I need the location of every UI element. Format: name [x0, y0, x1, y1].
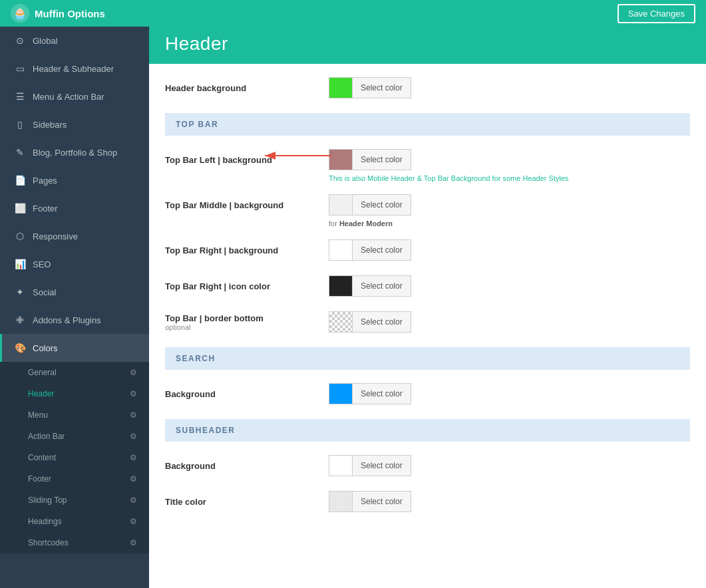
- header-background-picker: Select color: [329, 77, 411, 98]
- top-bar-border-swatch[interactable]: [329, 311, 353, 333]
- subheader-background-label: Background: [165, 461, 318, 471]
- submenu-item-sliding-top[interactable]: Sliding Top ⚙: [0, 490, 149, 511]
- save-changes-button[interactable]: Save Changes: [618, 4, 695, 23]
- submenu-item-shortcodes[interactable]: Shortcodes ⚙: [0, 532, 149, 553]
- top-bar-right-bg-swatch[interactable]: [329, 239, 353, 261]
- content-area: Header Header background Select color TO…: [149, 27, 706, 588]
- search-background-swatch[interactable]: [329, 383, 353, 404]
- gear-icon-action-bar: ⚙: [130, 432, 137, 441]
- top-bar-right-bg-label: Top Bar Right | background: [165, 245, 318, 255]
- subheader-background-row: Background Select color: [165, 455, 690, 476]
- gear-icon-menu: ⚙: [130, 410, 137, 420]
- sidebar-label-header-subheader: Header & Subheader: [33, 64, 137, 74]
- sidebar-item-seo[interactable]: 📊 SEO: [0, 250, 149, 278]
- header-background-btn[interactable]: Select color: [353, 77, 411, 98]
- sidebar-label-footer: Footer: [33, 204, 137, 214]
- sidebar-item-responsive[interactable]: ⬡ Responsive: [0, 222, 149, 250]
- app-logo: 🧁 Muffin Options: [11, 4, 105, 23]
- main-layout: ⊙ Global ▭ Header & Subheader ☰ Menu & A…: [0, 27, 706, 588]
- search-background-picker: Select color: [329, 383, 411, 404]
- subheader-background-swatch[interactable]: [329, 455, 353, 476]
- sidebar-item-footer[interactable]: ⬜ Footer: [0, 194, 149, 222]
- colors-icon: 🎨: [14, 342, 26, 354]
- subheader-title-swatch[interactable]: [329, 491, 353, 512]
- search-background-label: Background: [165, 389, 318, 399]
- top-bar: 🧁 Muffin Options Save Changes: [0, 0, 706, 27]
- hint-bold: Header Modern: [339, 220, 393, 227]
- gear-icon-shortcodes: ⚙: [130, 538, 137, 547]
- top-bar-border-label: Top Bar | border bottom optional: [165, 313, 318, 331]
- header-background-label: Header background: [165, 83, 318, 93]
- colors-submenu: General ⚙ Header ⚙ Menu ⚙ Action Bar ⚙ C…: [0, 362, 149, 553]
- global-icon: ⊙: [14, 35, 26, 47]
- footer-icon: ⬜: [14, 202, 26, 214]
- content-body: Header background Select color TOP BAR T…: [149, 64, 706, 540]
- top-bar-right-bg-btn[interactable]: Select color: [353, 239, 411, 261]
- top-bar-left-label: Top Bar Left | background: [165, 155, 318, 165]
- top-bar-right-icon-picker: Select color: [329, 275, 411, 297]
- sidebar-item-blog[interactable]: ✎ Blog, Portfolio & Shop: [0, 138, 149, 166]
- sidebar-item-pages[interactable]: 📄 Pages: [0, 166, 149, 194]
- sidebar-item-menu-action-bar[interactable]: ☰ Menu & Action Bar: [0, 82, 149, 110]
- header-background-swatch[interactable]: [329, 77, 353, 98]
- sidebar-item-sidebars[interactable]: ▯ Sidebars: [0, 110, 149, 138]
- addons-icon: ✙: [14, 314, 26, 326]
- gear-icon-sliding-top: ⚙: [130, 496, 137, 505]
- top-bar-middle-label: Top Bar Middle | background: [165, 200, 318, 210]
- search-background-row: Background Select color: [165, 383, 690, 404]
- top-bar-right-icon-label: Top Bar Right | icon color: [165, 281, 318, 291]
- sidebar-label-responsive: Responsive: [33, 231, 137, 241]
- header-subheader-icon: ▭: [14, 63, 26, 74]
- top-bar-right-icon-swatch[interactable]: [329, 275, 353, 297]
- top-bar-middle-btn[interactable]: Select color: [353, 194, 411, 216]
- top-bar-border-row: Top Bar | border bottom optional Select …: [165, 311, 690, 333]
- sidebar-label-addons: Addons & Plugins: [33, 315, 137, 325]
- sidebar-label-blog: Blog, Portfolio & Shop: [33, 148, 137, 158]
- sidebar-label-social: Social: [33, 287, 137, 297]
- submenu-item-action-bar[interactable]: Action Bar ⚙: [0, 426, 149, 447]
- subheader-title-label: Title color: [165, 497, 318, 507]
- top-bar-middle-swatch[interactable]: [329, 194, 353, 216]
- submenu-item-header[interactable]: Header ⚙: [0, 383, 149, 404]
- gear-icon-general: ⚙: [130, 368, 137, 377]
- top-bar-left-swatch[interactable]: [329, 149, 353, 170]
- top-bar-border-sublabel: optional: [165, 323, 318, 331]
- gear-icon-header: ⚙: [130, 389, 137, 398]
- subheader-section-header: SUBHEADER: [165, 419, 690, 442]
- sidebar-item-global[interactable]: ⊙ Global: [0, 27, 149, 55]
- top-bar-left-btn[interactable]: Select color: [353, 149, 411, 170]
- subheader-background-btn[interactable]: Select color: [353, 455, 411, 476]
- sidebar-label-global: Global: [33, 36, 137, 46]
- header-background-row: Header background Select color: [165, 77, 690, 98]
- submenu-label-general: General: [28, 368, 57, 377]
- search-background-btn[interactable]: Select color: [353, 383, 411, 404]
- sidebar-item-header-subheader[interactable]: ▭ Header & Subheader: [0, 55, 149, 82]
- top-bar-left-hint: This is also Mobile Header & Top Bar Bac…: [329, 174, 690, 182]
- blog-icon: ✎: [14, 146, 26, 158]
- sidebar-label-colors: Colors: [33, 343, 137, 353]
- submenu-item-headings[interactable]: Headings ⚙: [0, 511, 149, 532]
- sidebar-item-addons[interactable]: ✙ Addons & Plugins: [0, 306, 149, 334]
- gear-icon-content: ⚙: [130, 453, 137, 462]
- menu-action-bar-icon: ☰: [14, 90, 26, 102]
- gear-icon-footer: ⚙: [130, 474, 137, 484]
- submenu-item-footer[interactable]: Footer ⚙: [0, 468, 149, 490]
- top-bar-right-bg-row: Top Bar Right | background Select color: [165, 239, 690, 261]
- submenu-item-menu[interactable]: Menu ⚙: [0, 404, 149, 426]
- sidebar: ⊙ Global ▭ Header & Subheader ☰ Menu & A…: [0, 27, 149, 588]
- top-bar-middle-hint: for Header Modern: [329, 220, 690, 227]
- submenu-item-content[interactable]: Content ⚙: [0, 447, 149, 468]
- submenu-item-general[interactable]: General ⚙: [0, 362, 149, 383]
- sidebar-item-social[interactable]: ✦ Social: [0, 278, 149, 306]
- subheader-title-row: Title color Select color: [165, 491, 690, 512]
- top-bar-middle-row: Top Bar Middle | background Select color: [165, 194, 690, 216]
- subheader-title-btn[interactable]: Select color: [353, 491, 411, 512]
- top-bar-section-header: TOP BAR: [165, 113, 690, 136]
- sidebar-item-colors[interactable]: 🎨 Colors: [0, 334, 149, 362]
- top-bar-right-icon-btn[interactable]: Select color: [353, 275, 411, 297]
- app-title: Muffin Options: [35, 8, 105, 19]
- responsive-icon: ⬡: [14, 230, 26, 242]
- top-bar-border-btn[interactable]: Select color: [353, 311, 411, 333]
- submenu-label-footer: Footer: [28, 474, 51, 484]
- gear-icon-headings: ⚙: [130, 517, 137, 526]
